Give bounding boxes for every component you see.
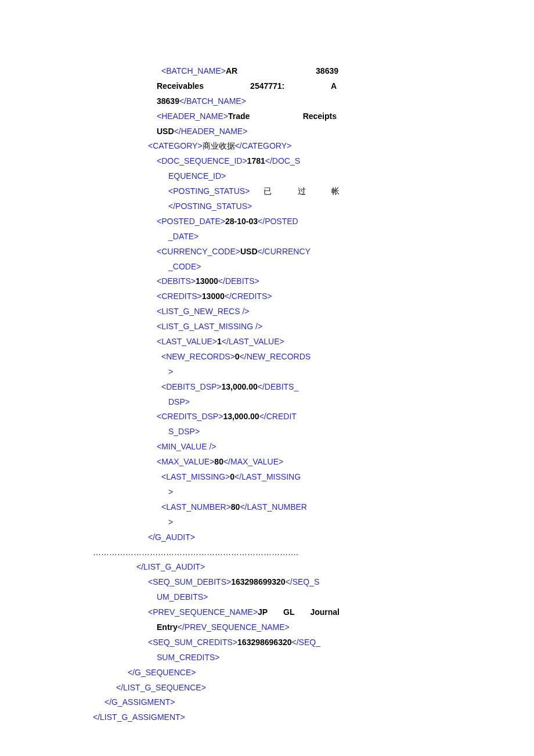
value: 0	[235, 352, 240, 361]
value: 已 过 帐	[250, 186, 340, 196]
tag-open: <DEBITS>	[157, 276, 196, 286]
tag-open: <POSTED_DATE>	[157, 217, 225, 226]
tag-close: </LAST_NUMBER	[240, 502, 307, 512]
tag-close: </LIST_G_ASSIGMENT>	[93, 712, 185, 722]
tag-close: </G_AUDIT>	[148, 532, 195, 542]
xml-line: <DEBITS>13000</DEBITS>	[93, 274, 441, 289]
separator-dots: ………………………………………………………………….	[93, 545, 441, 560]
tag-close: </BATCH_NAME>	[179, 96, 246, 106]
tag-open: <NEW_RECORDS>	[161, 352, 235, 361]
xml-line: <LAST_VALUE>1</LAST_VALUE>	[93, 334, 441, 350]
tag-close: </G_ASSIGMENT>	[104, 697, 175, 707]
xml-line: <MIN_VALUE />	[93, 440, 441, 455]
tag-close: </POSTING_STATUS>	[168, 201, 252, 211]
xml-line: <SEQ_SUM_CREDITS>163298696320</SEQ_	[93, 635, 441, 650]
xml-line: <CREDITS_DSP>13,000.00</CREDIT	[93, 409, 441, 424]
tag-open: <HEADER_NAME>	[157, 111, 228, 121]
tag-selfclose: <MIN_VALUE />	[157, 442, 216, 451]
xml-line: </G_SEQUENCE>	[93, 665, 441, 681]
xml-line: _CODE>	[93, 260, 441, 275]
tag-close: </DEBITS>	[218, 276, 259, 286]
tag-close: S_DSP>	[168, 427, 200, 436]
value: 13,000.00	[223, 412, 259, 421]
xml-line: <POSTING_STATUS> 已 过 帐	[93, 184, 340, 199]
tag-close: </LIST_G_AUDIT>	[136, 562, 205, 571]
tag-close: </LIST_G_SEQUENCE>	[116, 683, 206, 692]
xml-line: <DEBITS_DSP>13,000.00</DEBITS_	[93, 380, 441, 395]
xml-line: <LIST_G_NEW_RECS />	[93, 304, 441, 319]
xml-line: <NEW_RECORDS>0</NEW_RECORDS	[93, 350, 441, 365]
xml-line: Entry</PREV_SEQUENCE_NAME>	[93, 620, 441, 635]
xml-line: USD</HEADER_NAME>	[93, 124, 441, 139]
tag-close: >	[168, 487, 173, 496]
xml-line: >	[93, 365, 441, 380]
tag-open: <MAX_VALUE>	[157, 457, 214, 466]
tag-close: >	[168, 517, 173, 527]
value: 13,000.00	[222, 382, 258, 391]
tag-close: </PREV_SEQUENCE_NAME>	[178, 622, 290, 632]
value: 0	[230, 472, 234, 481]
xml-line: <PREV_SEQUENCE_NAME>JP GL Journal	[93, 605, 340, 620]
tag-close: </POSTED	[258, 217, 298, 226]
tag-open: <CREDITS_DSP>	[157, 412, 223, 421]
xml-line: SUM_CREDITS>	[93, 650, 441, 665]
value: 商业收据	[203, 141, 235, 150]
value: 1	[217, 337, 222, 346]
tag-close: _CODE>	[168, 262, 201, 271]
xml-line: <CURRENCY_CODE>USD</CURRENCY	[93, 244, 441, 260]
xml-line: UM_DEBITS>	[93, 590, 441, 605]
value: 38639	[157, 96, 179, 106]
tag-close: EQUENCE_ID>	[168, 171, 226, 181]
value: AR 38639	[226, 66, 338, 75]
xml-line: </LIST_G_AUDIT>	[93, 560, 441, 575]
tag-close: </CURRENCY	[258, 247, 311, 256]
xml-line: <HEADER_NAME>Trade Receipts	[93, 109, 337, 124]
xml-document-view: <BATCH_NAME>AR 38639 Receivables 2547771…	[0, 0, 534, 748]
tag-close: </MAX_VALUE>	[223, 457, 283, 466]
tag-close: </CREDIT	[259, 412, 297, 421]
xml-line: <DOC_SEQUENCE_ID>1781</DOC_S	[93, 154, 441, 169]
value: Trade Receipts	[228, 111, 337, 121]
tag-close: </SEQ_S	[286, 577, 320, 586]
xml-line: S_DSP>	[93, 424, 441, 440]
xml-line: DSP>	[93, 395, 441, 410]
tag-close: >	[168, 367, 173, 376]
tag-close: </G_SEQUENCE>	[128, 668, 196, 677]
xml-line: 38639</BATCH_NAME>	[93, 94, 441, 109]
value: 13000	[196, 276, 218, 286]
value: 28-10-03	[225, 217, 258, 226]
xml-line: </G_AUDIT>	[93, 530, 441, 545]
tag-open: <CURRENCY_CODE>	[157, 247, 240, 256]
tag-open: <SEQ_SUM_CREDITS>	[148, 638, 237, 647]
xml-line: <LAST_NUMBER>80</LAST_NUMBER	[93, 500, 441, 515]
xml-line: <LAST_MISSING>0</LAST_MISSING	[93, 470, 441, 485]
value: Receivables 2547771: A	[157, 81, 337, 91]
value: 80	[214, 457, 223, 466]
value: JP GL Journal	[258, 607, 340, 617]
xml-line: <SEQ_SUM_DEBITS>163298699320</SEQ_S	[93, 575, 441, 590]
tag-close: </LAST_VALUE>	[222, 337, 284, 346]
tag-close: </DOC_S	[265, 156, 300, 165]
value: USD	[157, 127, 174, 136]
xml-line: <LIST_G_LAST_MISSING />	[93, 319, 441, 334]
value: 1781	[247, 156, 265, 165]
tag-open: <DEBITS_DSP>	[161, 382, 222, 391]
xml-line: </LIST_G_ASSIGMENT>	[93, 710, 441, 725]
xml-line: <BATCH_NAME>AR 38639	[93, 64, 338, 79]
tag-open: <CATEGORY>	[148, 141, 203, 150]
xml-line: <CATEGORY>商业收据</CATEGORY>	[93, 139, 441, 154]
tag-selfclose: <LIST_G_LAST_MISSING />	[157, 322, 262, 331]
tag-selfclose: <LIST_G_NEW_RECS />	[157, 307, 250, 316]
xml-line: _DATE>	[93, 229, 441, 244]
tag-close: SUM_CREDITS>	[157, 653, 220, 662]
xml-line: <POSTED_DATE>28-10-03</POSTED	[93, 214, 441, 229]
tag-close: </LAST_MISSING	[234, 472, 301, 481]
tag-close: </CATEGORY>	[235, 141, 292, 150]
value: 163298699320	[231, 577, 285, 586]
xml-line: >	[93, 515, 441, 530]
value: 163298696320	[237, 638, 291, 647]
tag-open: <LAST_VALUE>	[157, 337, 217, 346]
tag-open: <CREDITS>	[157, 291, 202, 301]
xml-line: >	[93, 485, 441, 500]
tag-open: <DOC_SEQUENCE_ID>	[157, 156, 247, 165]
